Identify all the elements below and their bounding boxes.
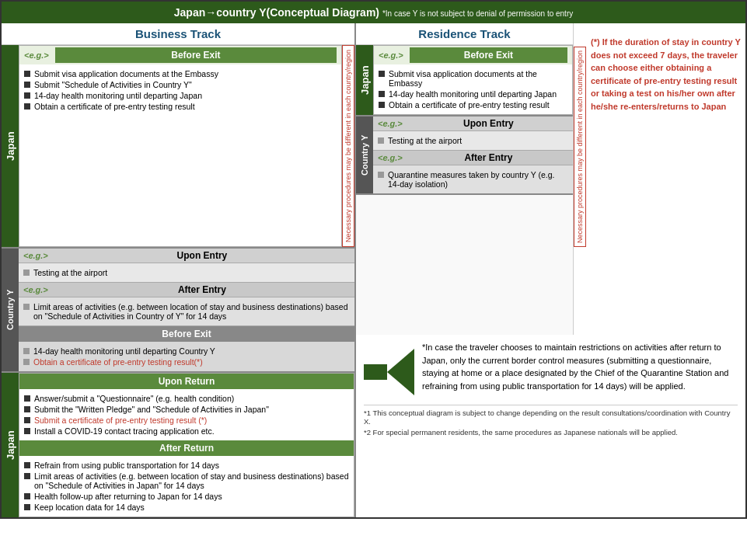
japan-label-left: Japan <box>2 45 19 247</box>
before-exit-country-y-content: 14-day health monitoring until departing… <box>19 342 354 371</box>
list-item: Quarantine measures taken by country Y (… <box>378 170 568 189</box>
upon-return-content: Answer/submit a "Questionnaire" (e.g. he… <box>19 389 354 440</box>
residence-before-exit-header: Before Exit <box>410 47 567 63</box>
list-item: Submit the "Written Pledge" and "Schedul… <box>24 405 349 414</box>
residence-upon-entry-header: Upon Entry <box>409 118 568 129</box>
japan-label-residence: Japan <box>356 45 373 115</box>
list-item: Submit visa application documents at the… <box>379 69 567 88</box>
list-item: Obtain a certificate of pre-entry testin… <box>24 102 337 111</box>
upon-entry-header-left: Upon Entry <box>54 250 350 261</box>
footnote2: *2 For special permanent residents, the … <box>364 428 738 437</box>
asterisk-note: (*) If the duration of stay in country Y… <box>591 30 741 119</box>
country-y-residence-section: Country Y <e.g.> Upon Entry Testing at t… <box>356 117 573 195</box>
list-item: Testing at the airport <box>23 268 350 277</box>
residence-upon-entry-eg: <e.g.> <box>378 119 403 128</box>
residence-upon-entry-content: Testing at the airport <box>373 131 573 151</box>
residence-after-entry-content: Quarantine measures taken by country Y (… <box>373 165 573 193</box>
list-item: 14-day health monitoring until departing… <box>23 346 350 356</box>
list-item: Install a COVID-19 contact tracing appli… <box>24 426 349 436</box>
upon-entry-eg-left: <e.g.> <box>23 251 48 260</box>
arrow-note: *In case the traveler chooses to maintai… <box>422 341 738 392</box>
business-track-header: Business Track <box>2 23 354 45</box>
list-item: Submit visa application documents at the… <box>24 69 337 78</box>
country-y-label-left: Country Y <box>2 249 19 371</box>
after-return-content: Refrain from using public transportation… <box>19 456 354 517</box>
after-entry-content-left: Limit areas of activities (e.g. between … <box>19 297 354 326</box>
footnotes-section: *1 This conceptual diagram is subject to… <box>364 405 738 437</box>
right-panel: (*) If the duration of stay in country Y… <box>586 23 745 335</box>
list-item: Obtain a certificate of pre-entry testin… <box>379 100 567 110</box>
japan-before-exit-header: Before Exit <box>55 47 337 63</box>
list-item: Keep location data for 14 days <box>24 503 349 512</box>
upon-entry-content-left: Testing at the airport <box>19 263 354 283</box>
residence-japan-before-exit-eg: <e.g.> <box>379 50 403 60</box>
list-item: Limit areas of activities (e.g. between … <box>23 302 350 321</box>
side-note-left: Necessary procedures may be different in… <box>342 45 354 247</box>
footnote1: *1 This conceptual diagram is subject to… <box>364 409 738 426</box>
upon-return-header: Upon Return <box>19 374 354 389</box>
residence-japan-before-exit-content: Submit visa application documents at the… <box>374 64 572 114</box>
japan-return-section: Japan Upon Return Answer/submit a "Quest… <box>2 373 354 517</box>
list-item: 14-day health monitoring until departing… <box>24 91 337 100</box>
title-note: *In case Y is not subject to denial of p… <box>382 9 573 18</box>
after-return-header: After Return <box>19 440 354 456</box>
list-item: Health follow-up after returning to Japa… <box>24 492 349 501</box>
side-note-right: Necessary procedures may be different in… <box>574 47 586 247</box>
after-entry-eg-left: <e.g.> <box>23 285 48 294</box>
page: Japan→country Y(Conceptual Diagram) *In … <box>0 0 747 519</box>
title-bar: Japan→country Y(Conceptual Diagram) *In … <box>2 2 745 23</box>
list-item: Submit a certificate of pre-entry testin… <box>24 416 349 425</box>
list-item: Answer/submit a "Questionnaire" (e.g. he… <box>24 394 349 403</box>
list-item: Limit areas of activities (e.g. between … <box>24 471 349 490</box>
arrow-icon <box>364 349 414 395</box>
list-item: Obtain a certificate of pre-entry testin… <box>23 357 350 367</box>
arrow-section: *In case the traveler chooses to maintai… <box>356 335 745 402</box>
japan-before-exit-eg: <e.g.> <box>24 50 49 60</box>
residence-after-entry-eg: <e.g.> <box>378 153 403 162</box>
residence-spacer <box>356 195 573 335</box>
residence-after-entry-header: After Entry <box>409 152 568 163</box>
after-entry-header-left: After Entry <box>54 284 350 295</box>
japan-before-exit-content: Submit visa application documents at the… <box>19 64 341 116</box>
before-exit-country-y-header: Before Exit <box>19 326 354 342</box>
residence-track-header: Residence Track <box>356 23 573 45</box>
list-item: Refrain from using public transportation… <box>24 461 349 470</box>
japan-before-exit-section: Japan <e.g.> Before Exit Submit visa app… <box>2 45 354 249</box>
country-y-label-residence: Country Y <box>356 117 373 193</box>
list-item: 14-day health monitoring until departing… <box>379 89 567 99</box>
japan-residence-section: Japan <e.g.> Before Exit Submit visa app… <box>356 45 573 117</box>
list-item: Submit "Schedule of Activities in Countr… <box>24 80 337 89</box>
japan-label-return: Japan <box>2 373 19 517</box>
main-title: Japan→country Y(Conceptual Diagram) <box>174 6 379 19</box>
list-item: Testing at the airport <box>378 136 568 145</box>
country-y-section-left: Country Y <e.g.> Upon Entry Testing at t… <box>2 249 354 373</box>
